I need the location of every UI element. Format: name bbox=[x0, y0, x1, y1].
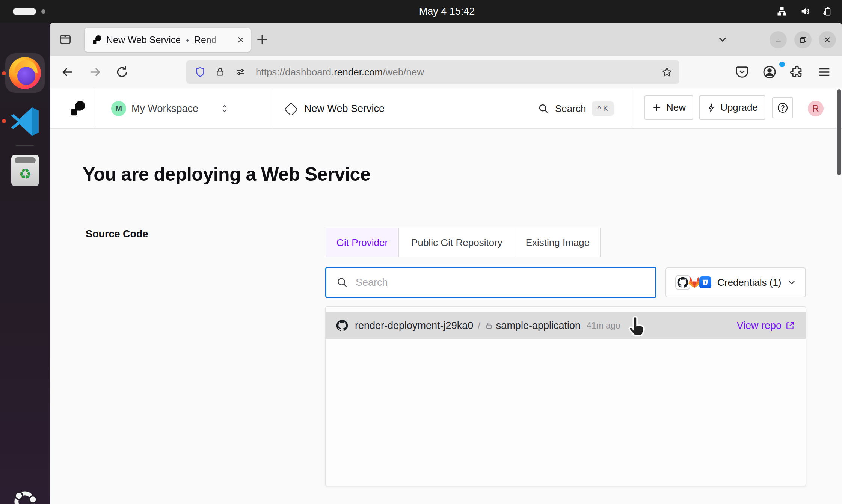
source-code-label: Source Code bbox=[86, 228, 148, 240]
lightning-icon bbox=[707, 103, 716, 112]
repo-row[interactable]: render-deployment-j29ka0 / sample-applic… bbox=[326, 312, 806, 339]
url-bar[interactable]: https://dashboard.render.com/web/new bbox=[186, 60, 679, 84]
vscode-icon bbox=[8, 104, 41, 137]
new-tab-button[interactable] bbox=[255, 32, 269, 47]
tab-close-icon[interactable] bbox=[236, 35, 246, 45]
dock-divider bbox=[16, 145, 34, 146]
repo-owner: render-deployment-j29ka0 bbox=[355, 320, 473, 332]
view-repo-link[interactable]: View repo bbox=[736, 320, 795, 332]
source-tabs: Git Provider Public Git Repository Exist… bbox=[326, 228, 601, 257]
search-shortcut-badge: ^ K bbox=[592, 101, 614, 116]
tab-git-provider[interactable]: Git Provider bbox=[326, 228, 399, 257]
header-divider bbox=[272, 88, 272, 128]
page-scrollbar-thumb[interactable] bbox=[837, 89, 841, 175]
render-logo[interactable] bbox=[69, 100, 86, 117]
repo-name: sample-application bbox=[496, 320, 581, 332]
workspace-avatar[interactable]: M bbox=[111, 101, 126, 116]
repo-search-field[interactable] bbox=[325, 267, 656, 298]
search-icon bbox=[336, 276, 348, 288]
app-header: M My Workspace New Web Service Search ^ … bbox=[50, 88, 842, 129]
repo-search-input[interactable] bbox=[355, 276, 655, 289]
tab-existing-image[interactable]: Existing Image bbox=[515, 228, 601, 257]
credentials-dropdown[interactable]: Credentials (1) bbox=[665, 267, 806, 297]
account-notification-dot bbox=[779, 62, 785, 67]
credentials-label: Credentials (1) bbox=[717, 277, 782, 288]
tab-public-git-repository[interactable]: Public Git Repository bbox=[398, 228, 515, 257]
screen: May 4 15:42 bbox=[0, 0, 842, 504]
permissions-sliders-icon[interactable] bbox=[235, 67, 246, 77]
workspace-dot-indicator bbox=[41, 9, 45, 14]
private-lock-icon bbox=[485, 321, 493, 330]
lock-icon[interactable] bbox=[215, 66, 225, 77]
minimize-button[interactable] bbox=[770, 31, 787, 48]
question-icon bbox=[777, 102, 789, 114]
forward-button[interactable] bbox=[88, 65, 103, 80]
service-diamond-icon bbox=[284, 103, 298, 116]
list-all-tabs-chevron-icon[interactable] bbox=[716, 33, 729, 46]
dock-item-trash[interactable]: ♻ bbox=[11, 155, 39, 186]
restore-window-button[interactable] bbox=[794, 31, 812, 48]
navigation-bar: https://dashboard.render.com/web/new bbox=[50, 56, 842, 88]
volume-icon[interactable] bbox=[800, 6, 810, 17]
deploy-heading: You are deploying a Web Service bbox=[83, 163, 370, 185]
extensions-puzzle-icon[interactable] bbox=[789, 65, 804, 80]
back-button[interactable] bbox=[60, 65, 75, 80]
chevron-down-icon bbox=[786, 277, 797, 288]
dock-item-firefox[interactable] bbox=[5, 53, 45, 93]
vscode-running-dot bbox=[2, 119, 6, 123]
bitbucket-icon bbox=[699, 276, 711, 288]
upgrade-button[interactable]: Upgrade bbox=[699, 95, 765, 120]
github-icon bbox=[336, 320, 348, 332]
ubuntu-logo-icon bbox=[11, 487, 39, 504]
search-icon[interactable] bbox=[538, 103, 549, 114]
url-text[interactable]: https://dashboard.render.com/web/new bbox=[256, 60, 424, 84]
help-button[interactable] bbox=[772, 97, 793, 118]
header-divider bbox=[95, 88, 95, 128]
firefox-running-dot bbox=[2, 71, 6, 75]
header-divider bbox=[632, 88, 632, 128]
plus-icon bbox=[652, 103, 662, 113]
header-search-button[interactable]: Search bbox=[555, 88, 586, 129]
reload-button[interactable] bbox=[115, 65, 130, 80]
dock-item-vscode[interactable] bbox=[8, 104, 41, 137]
recycle-icon: ♻ bbox=[11, 164, 39, 184]
activities-indicator[interactable] bbox=[13, 8, 36, 15]
firefox-icon bbox=[9, 57, 41, 89]
browser-window: New Web Service•Rend bbox=[50, 23, 842, 504]
trash-lid bbox=[15, 157, 36, 163]
account-icon[interactable] bbox=[762, 65, 777, 80]
mouse-cursor-hand bbox=[627, 314, 647, 340]
user-avatar[interactable]: R bbox=[808, 101, 824, 116]
tab-title: New Web Service•Rend bbox=[106, 28, 230, 52]
new-button[interactable]: New bbox=[644, 95, 693, 120]
tab-bar: New Web Service•Rend bbox=[50, 23, 842, 56]
bookmark-star-icon[interactable] bbox=[661, 66, 673, 78]
repo-updated-time: 41m ago bbox=[587, 321, 620, 331]
dock: ♻ bbox=[0, 23, 50, 504]
battery-charging-icon[interactable] bbox=[822, 6, 832, 17]
workspace-name[interactable]: My Workspace bbox=[131, 88, 198, 129]
firefox-view-button[interactable] bbox=[58, 32, 72, 47]
external-link-icon bbox=[785, 321, 795, 330]
system-top-bar: May 4 15:42 bbox=[0, 0, 842, 23]
menu-hamburger-icon[interactable] bbox=[817, 65, 832, 80]
workspace-selector-chevrons-icon[interactable] bbox=[220, 104, 229, 113]
repo-separator: / bbox=[478, 320, 480, 331]
close-window-button[interactable] bbox=[819, 31, 836, 48]
browser-tab[interactable]: New Web Service•Rend bbox=[85, 28, 251, 52]
network-icon[interactable] bbox=[777, 6, 787, 17]
pocket-icon[interactable] bbox=[735, 65, 750, 80]
show-applications-button[interactable] bbox=[11, 487, 39, 504]
render-favicon bbox=[92, 35, 102, 45]
repo-list: render-deployment-j29ka0 / sample-applic… bbox=[325, 306, 806, 486]
tracking-protection-shield-icon[interactable] bbox=[195, 66, 206, 78]
page-title: New Web Service bbox=[304, 88, 385, 129]
render-dashboard: M My Workspace New Web Service Search ^ … bbox=[50, 88, 842, 504]
system-clock[interactable]: May 4 15:42 bbox=[391, 0, 503, 23]
